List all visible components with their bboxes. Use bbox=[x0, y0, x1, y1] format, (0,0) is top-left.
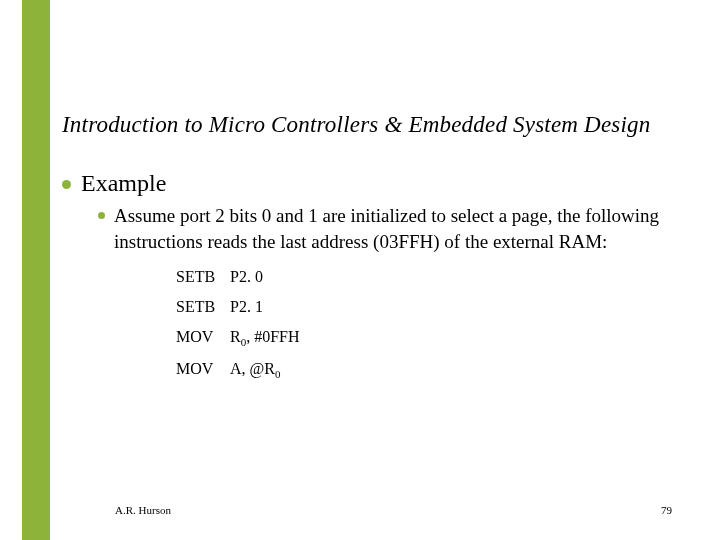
code-line: SETBP2. 0 bbox=[176, 268, 662, 286]
slide-title: Introduction to Micro Controllers & Embe… bbox=[62, 112, 650, 138]
operand: A, @R0 bbox=[230, 360, 280, 377]
code-line: SETBP2. 1 bbox=[176, 298, 662, 316]
accent-bar bbox=[22, 0, 50, 540]
bullet-level-1-text: Example bbox=[81, 170, 166, 197]
mnemonic: MOV bbox=[176, 360, 230, 378]
operand: R0, #0FFH bbox=[230, 328, 300, 345]
bullet-level-2: Assume port 2 bits 0 and 1 are initializ… bbox=[98, 203, 662, 254]
code-line: MOVR0, #0FFH bbox=[176, 328, 662, 348]
code-block: SETBP2. 0 SETBP2. 1 MOVR0, #0FFH MOVA, @… bbox=[176, 268, 662, 380]
mnemonic: SETB bbox=[176, 268, 230, 286]
bullet-level-1: Example bbox=[62, 170, 662, 197]
operand: P2. 1 bbox=[230, 298, 263, 315]
bullet-level-2-text: Assume port 2 bits 0 and 1 are initializ… bbox=[114, 203, 662, 254]
mnemonic: SETB bbox=[176, 298, 230, 316]
mnemonic: MOV bbox=[176, 328, 230, 346]
bullet-dot-icon bbox=[98, 212, 105, 219]
footer-page-number: 79 bbox=[661, 504, 672, 516]
slide-content: Example Assume port 2 bits 0 and 1 are i… bbox=[62, 170, 662, 393]
code-line: MOVA, @R0 bbox=[176, 360, 662, 380]
operand: P2. 0 bbox=[230, 268, 263, 285]
footer-author: A.R. Hurson bbox=[115, 504, 171, 516]
bullet-dot-icon bbox=[62, 180, 71, 189]
